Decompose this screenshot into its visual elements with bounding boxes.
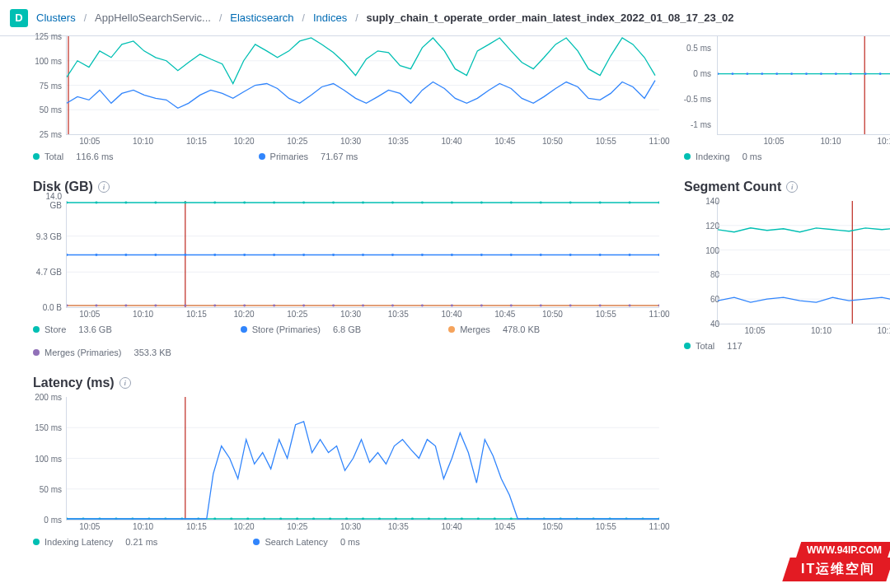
svg-point-31 xyxy=(658,201,659,203)
svg-point-67 xyxy=(480,305,483,307)
svg-point-124 xyxy=(790,72,793,75)
svg-point-26 xyxy=(510,201,513,203)
svg-point-25 xyxy=(480,201,483,203)
legend-primaries[interactable]: Primaries 71.67 ms xyxy=(259,152,358,161)
svg-point-72 xyxy=(629,305,631,307)
svg-point-36 xyxy=(184,254,186,256)
y-axis: 200 ms 150 ms 100 ms 50 ms 0 ms xyxy=(32,397,65,520)
svg-point-93 xyxy=(296,518,298,520)
x-axis: 10:05 10:10 10:15 xyxy=(717,324,890,336)
watermark: WWW.94IP.COM IT运维空间 xyxy=(750,532,890,581)
svg-point-11 xyxy=(67,201,68,203)
svg-point-42 xyxy=(362,254,364,256)
svg-point-15 xyxy=(184,201,186,203)
svg-point-128 xyxy=(850,72,852,75)
svg-point-46 xyxy=(480,254,483,256)
svg-point-51 xyxy=(629,254,631,256)
svg-point-122 xyxy=(761,72,763,75)
svg-point-129 xyxy=(864,72,867,75)
svg-point-91 xyxy=(263,518,265,520)
svg-point-66 xyxy=(451,305,453,307)
chart-title-disk: Disk (GB) i xyxy=(33,180,668,194)
crumb-app[interactable]: AppHelloSearchServic... xyxy=(95,12,211,24)
svg-point-53 xyxy=(67,305,68,307)
svg-point-19 xyxy=(302,201,305,203)
legend-total[interactable]: Total 116.6 ms xyxy=(33,152,114,161)
svg-point-105 xyxy=(494,518,496,520)
legend-indexing[interactable]: Indexing 0 ms xyxy=(684,152,762,161)
legend: Indexing 0 ms xyxy=(684,152,890,161)
svg-point-98 xyxy=(378,518,381,520)
legend-merges-primaries[interactable]: Merges (Primaries) 353.3 KB xyxy=(33,348,668,357)
legend: Total 116.6 ms Primaries 71.67 ms xyxy=(16,152,668,161)
crumb-es[interactable]: Elasticsearch xyxy=(230,12,293,24)
svg-point-70 xyxy=(569,305,572,307)
legend: Store 13.6 GB Store (Primaries) 6.8 GB M… xyxy=(16,324,668,357)
svg-point-120 xyxy=(731,72,733,75)
chart-indexing: 0.5 ms 0 ms -0.5 ms -1 ms 10:05 10:10 xyxy=(684,36,890,161)
crumb-indices[interactable]: Indices xyxy=(313,12,347,24)
crumb-sep: / xyxy=(302,12,305,24)
svg-point-40 xyxy=(302,254,305,256)
svg-point-62 xyxy=(332,305,335,307)
svg-point-21 xyxy=(362,201,364,203)
svg-point-106 xyxy=(510,518,513,520)
legend-indexing-latency[interactable]: Indexing Latency 0.21 ms xyxy=(33,537,157,547)
legend-search-latency[interactable]: Search Latency 0 ms xyxy=(253,537,359,547)
svg-point-41 xyxy=(332,254,335,256)
svg-point-30 xyxy=(629,201,631,203)
legend-store[interactable]: Store 13.6 GB xyxy=(33,324,112,334)
svg-point-50 xyxy=(599,254,602,256)
svg-point-104 xyxy=(477,518,480,520)
svg-point-73 xyxy=(658,305,659,307)
svg-point-56 xyxy=(154,305,157,307)
svg-point-64 xyxy=(391,305,394,307)
svg-point-100 xyxy=(411,518,414,520)
y-axis: 125 ms 100 ms 75 ms 50 ms 25 ms xyxy=(32,36,65,134)
svg-point-27 xyxy=(540,201,542,203)
legend: Total 117 xyxy=(684,341,890,351)
y-axis: 0.5 ms 0 ms -0.5 ms -1 ms xyxy=(682,36,714,134)
svg-point-119 xyxy=(718,72,719,75)
svg-point-69 xyxy=(540,305,542,307)
svg-point-121 xyxy=(746,72,748,75)
legend-store-primaries[interactable]: Store (Primaries) 6.8 GB xyxy=(241,324,361,334)
svg-point-29 xyxy=(599,201,602,203)
crumb-clusters[interactable]: Clusters xyxy=(36,12,76,24)
legend-merges[interactable]: Merges 478.0 KB xyxy=(448,324,540,334)
watermark-text: IT运维空间 xyxy=(801,561,875,578)
svg-point-48 xyxy=(540,254,542,256)
svg-point-45 xyxy=(451,254,453,256)
chart-title-latency: Latency (ms) i xyxy=(33,376,668,390)
chart-disk: Disk (GB) i 14.0 GB 9.3 GB 4.7 GB 0.0 B xyxy=(16,180,668,357)
svg-point-28 xyxy=(569,201,572,203)
svg-point-43 xyxy=(391,254,394,256)
svg-point-89 xyxy=(230,518,232,520)
svg-point-88 xyxy=(213,518,216,520)
svg-point-102 xyxy=(444,518,447,520)
svg-point-65 xyxy=(421,305,424,307)
svg-point-101 xyxy=(428,518,430,520)
svg-point-61 xyxy=(302,305,305,307)
svg-point-99 xyxy=(395,518,397,520)
svg-point-37 xyxy=(213,254,216,256)
info-icon[interactable]: i xyxy=(786,181,798,193)
y-axis: 14.0 GB 9.3 GB 4.7 GB 0.0 B xyxy=(32,201,65,307)
svg-point-127 xyxy=(835,72,837,75)
crumb-sep: / xyxy=(355,12,358,24)
svg-point-34 xyxy=(124,254,127,256)
legend-segment-total[interactable]: Total 117 xyxy=(684,341,742,351)
svg-point-23 xyxy=(421,201,424,203)
svg-point-44 xyxy=(421,254,424,256)
svg-point-96 xyxy=(345,518,348,520)
svg-point-125 xyxy=(805,72,808,75)
svg-point-126 xyxy=(820,72,822,75)
info-icon[interactable]: i xyxy=(119,377,131,389)
svg-point-32 xyxy=(67,254,68,256)
app-logo[interactable]: D xyxy=(10,9,28,27)
svg-point-18 xyxy=(273,201,275,203)
x-axis: 10:05 10:10 10:15 10:20 10:25 10:30 10:3… xyxy=(66,520,659,532)
chart-response-time: 125 ms 100 ms 75 ms 50 ms 25 ms xyxy=(16,36,668,161)
info-icon[interactable]: i xyxy=(98,181,110,193)
crumb-current: suply_chain_t_operate_order_main_latest_… xyxy=(366,12,733,24)
